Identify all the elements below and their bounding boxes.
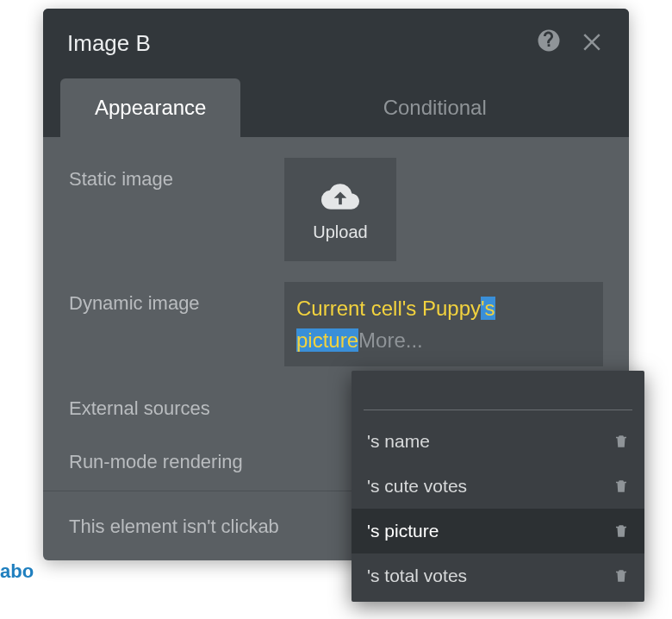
help-icon[interactable] xyxy=(536,28,562,59)
dropdown-item-label: 's picture xyxy=(367,521,613,541)
expr-prefix: Current cell's Puppy xyxy=(296,297,481,320)
expr-hl1: 's xyxy=(481,297,495,320)
dropdown-item-label: 's name xyxy=(367,431,613,452)
cloud-upload-icon xyxy=(321,178,359,216)
panel-title: Image B xyxy=(67,30,519,57)
stray-text: abo xyxy=(0,560,34,583)
label-external-sources: External sources xyxy=(69,387,284,420)
dropdown-item-picture[interactable]: 's picture xyxy=(352,509,644,553)
label-dynamic-image: Dynamic image xyxy=(69,282,284,315)
tabs: Appearance Conditional xyxy=(43,78,629,137)
row-static-image: Static image Upload xyxy=(69,158,603,261)
label-run-mode: Run-mode rendering xyxy=(69,441,284,473)
dropdown-item-total-votes[interactable]: 's total votes xyxy=(352,553,644,598)
tab-conditional[interactable]: Conditional xyxy=(240,78,629,137)
dropdown-item-label: 's cute votes xyxy=(367,476,613,497)
upload-label: Upload xyxy=(313,222,367,242)
expr-hl2: picture xyxy=(296,328,358,352)
trash-icon[interactable] xyxy=(613,567,629,585)
panel-header: Image B xyxy=(43,9,629,78)
trash-icon[interactable] xyxy=(613,478,629,495)
close-icon[interactable] xyxy=(579,28,605,59)
expr-more[interactable]: More... xyxy=(358,328,423,352)
trash-icon[interactable] xyxy=(613,433,629,450)
row-dynamic-image: Dynamic image Current cell's Puppy's pic… xyxy=(69,282,603,366)
dropdown-search-input[interactable] xyxy=(364,381,632,410)
field-dropdown: 's name 's cute votes 's picture 's tota… xyxy=(352,371,644,602)
dropdown-item-name[interactable]: 's name xyxy=(352,419,644,464)
dynamic-image-input[interactable]: Current cell's Puppy's pictureMore... xyxy=(284,282,603,366)
tab-appearance[interactable]: Appearance xyxy=(60,78,240,137)
upload-button[interactable]: Upload xyxy=(284,158,396,261)
property-panel: Image B Appearance Conditional Static im… xyxy=(43,9,629,560)
label-static-image: Static image xyxy=(69,158,284,191)
dropdown-item-cute-votes[interactable]: 's cute votes xyxy=(352,464,644,509)
dropdown-item-label: 's total votes xyxy=(367,566,613,586)
trash-icon[interactable] xyxy=(613,522,629,540)
